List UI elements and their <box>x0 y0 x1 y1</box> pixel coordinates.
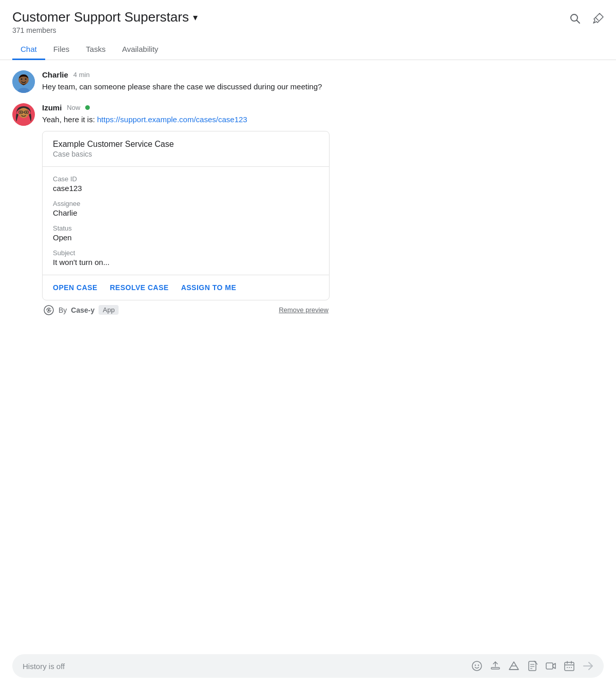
izumi-message-content: Izumi Now Yeah, here it is: https://supp… <box>42 103 330 316</box>
tab-availability[interactable]: Availability <box>114 40 167 60</box>
emoji-button[interactable] <box>471 660 483 672</box>
header-title: Customer Support Superstars ▾ <box>12 9 198 25</box>
card-footer-left: By Case-y App <box>43 304 119 316</box>
app-badge: App <box>99 305 119 315</box>
assign-to-me-button[interactable]: ASSIGN TO ME <box>181 283 237 292</box>
case-id-field: Case ID case123 <box>53 175 319 193</box>
charlie-msg-header: Charlie 4 min <box>42 70 322 79</box>
header: Customer Support Superstars ▾ 371 member… <box>0 0 616 34</box>
case-id-label: Case ID <box>53 175 319 183</box>
izumi-sender: Izumi <box>42 103 62 112</box>
note-button[interactable] <box>527 660 538 672</box>
card-header: Example Customer Service Case Case basic… <box>43 131 329 167</box>
upload-button[interactable] <box>490 660 501 672</box>
search-icon <box>569 12 581 25</box>
status-field: Status Open <box>53 224 319 242</box>
tab-files[interactable]: Files <box>45 40 78 60</box>
status-label: Status <box>53 224 319 232</box>
drive-icon <box>508 660 519 672</box>
svg-rect-27 <box>546 663 553 669</box>
svg-point-32 <box>567 667 568 668</box>
svg-point-12 <box>20 111 21 112</box>
send-icon <box>582 660 593 672</box>
send-button[interactable] <box>582 660 593 672</box>
card-subtitle: Case basics <box>53 150 319 158</box>
svg-rect-28 <box>565 662 574 671</box>
open-case-button[interactable]: OPEN CASE <box>53 283 98 292</box>
tab-tasks[interactable]: Tasks <box>78 40 113 60</box>
svg-point-16 <box>472 661 482 671</box>
tabs: Chat Files Tasks Availability <box>0 40 616 60</box>
avatar-charlie <box>12 70 35 93</box>
search-button[interactable] <box>569 12 581 25</box>
subject-value: It won't turn on... <box>53 258 319 266</box>
upload-icon <box>490 660 501 672</box>
case-card: Example Customer Service Case Case basic… <box>42 131 330 300</box>
card-title: Example Customer Service Case <box>53 140 319 149</box>
svg-point-13 <box>26 111 27 112</box>
subject-field: Subject It won't turn on... <box>53 249 319 266</box>
tab-chat[interactable]: Chat <box>12 40 45 60</box>
izumi-avatar-svg <box>12 103 35 126</box>
header-icons <box>569 9 604 25</box>
calendar-icon <box>564 660 575 672</box>
assignee-label: Assignee <box>53 200 319 207</box>
member-count: 371 members <box>12 26 198 34</box>
svg-rect-19 <box>491 668 499 669</box>
online-indicator <box>85 105 90 110</box>
status-value: Open <box>53 233 319 242</box>
svg-point-17 <box>475 664 476 665</box>
app-name: Case-y <box>71 306 94 314</box>
card-actions: OPEN CASE RESOLVE CASE ASSIGN TO ME <box>43 275 329 300</box>
dropdown-icon[interactable]: ▾ <box>193 12 198 23</box>
charlie-avatar-svg <box>12 70 35 93</box>
video-icon <box>545 660 556 672</box>
svg-point-18 <box>478 664 479 665</box>
card-footer: By Case-y App Remove preview <box>42 304 330 316</box>
input-icons <box>471 660 593 672</box>
izumi-time: Now <box>67 104 80 111</box>
svg-point-5 <box>21 79 23 80</box>
charlie-text: Hey team, can someone please share the c… <box>42 81 322 93</box>
svg-point-34 <box>571 667 572 668</box>
chat-area: Charlie 4 min Hey team, can someone plea… <box>0 60 616 316</box>
avatar-izumi <box>12 103 35 126</box>
input-container: History is off <box>12 654 604 678</box>
video-button[interactable] <box>545 660 556 672</box>
izumi-text-prefix: Yeah, here it is: <box>42 115 97 124</box>
header-left: Customer Support Superstars ▾ 371 member… <box>12 9 198 34</box>
message-izumi: Izumi Now Yeah, here it is: https://supp… <box>12 103 604 316</box>
charlie-sender: Charlie <box>42 70 68 79</box>
message-charlie: Charlie 4 min Hey team, can someone plea… <box>12 70 604 93</box>
message-input-placeholder[interactable]: History is off <box>23 662 463 671</box>
pin-button[interactable] <box>591 12 604 25</box>
drive-button[interactable] <box>508 660 519 672</box>
card-body: Case ID case123 Assignee Charlie Status … <box>43 167 329 275</box>
charlie-time: 4 min <box>73 71 90 79</box>
note-icon <box>527 660 538 672</box>
subject-label: Subject <box>53 249 319 257</box>
svg-point-15 <box>48 309 50 311</box>
emoji-icon <box>471 660 483 672</box>
casey-icon <box>43 304 54 316</box>
calendar-button[interactable] <box>564 660 575 672</box>
svg-line-1 <box>577 21 580 24</box>
input-bar: History is off <box>0 646 616 686</box>
assignee-field: Assignee Charlie <box>53 200 319 217</box>
remove-preview-button[interactable]: Remove preview <box>279 306 329 314</box>
resolve-case-button[interactable]: RESOLVE CASE <box>110 283 169 292</box>
izumi-text: Yeah, here it is: https://support.exampl… <box>42 114 330 126</box>
by-label: By <box>59 306 67 314</box>
svg-line-2 <box>595 17 599 21</box>
group-name: Customer Support Superstars <box>12 9 189 25</box>
pin-icon <box>591 12 604 25</box>
izumi-msg-header: Izumi Now <box>42 103 330 112</box>
svg-rect-23 <box>529 661 536 671</box>
charlie-message-content: Charlie 4 min Hey team, can someone plea… <box>42 70 322 93</box>
svg-point-33 <box>569 667 570 668</box>
case-id-value: case123 <box>53 184 319 193</box>
case-link[interactable]: https://support.example.com/cases/case12… <box>97 115 247 124</box>
svg-point-6 <box>25 79 27 80</box>
assignee-value: Charlie <box>53 208 319 217</box>
